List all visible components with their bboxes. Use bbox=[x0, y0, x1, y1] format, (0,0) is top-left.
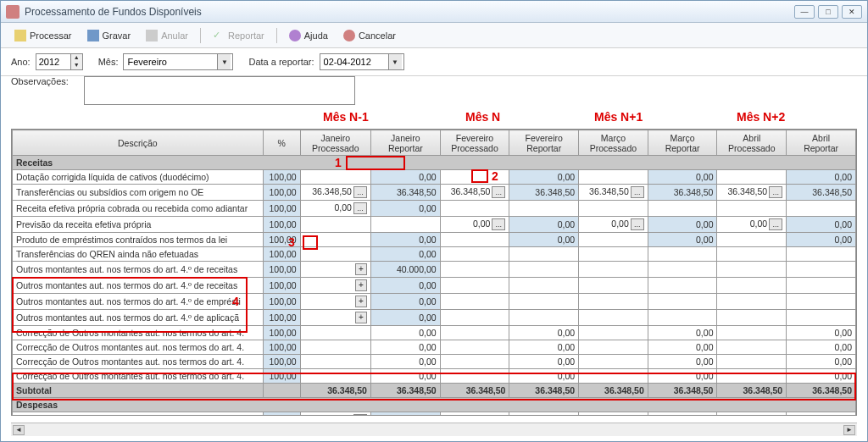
plus-button[interactable]: + bbox=[355, 296, 367, 307]
ano-label: Ano: bbox=[11, 57, 31, 67]
ellipsis-button[interactable]: ... bbox=[492, 186, 505, 198]
gravar-button[interactable]: Gravar bbox=[81, 27, 138, 44]
minimize-button[interactable]: — bbox=[794, 5, 815, 19]
col-abr-r[interactable]: Abril Reportar bbox=[787, 130, 856, 156]
ellipsis-button[interactable]: ... bbox=[769, 218, 782, 230]
check-icon: ✓ bbox=[213, 30, 225, 41]
table-row: Outros montantes aut. nos termos do art.… bbox=[13, 310, 856, 326]
anular-label: Anular bbox=[161, 30, 188, 41]
data-reportar-combo[interactable]: ▼ bbox=[320, 53, 404, 70]
scroll-left-icon[interactable]: ◄ bbox=[13, 425, 25, 435]
ajuda-button[interactable]: Ajuda bbox=[282, 27, 335, 44]
titlebar: Processamento de Fundos Disponíveis — □ … bbox=[1, 1, 867, 23]
table-row: Transferências do QREN ainda não efetuad… bbox=[13, 247, 856, 262]
mes-label: Mês: bbox=[98, 57, 119, 67]
grid-wrap[interactable]: 1 2 3 4 5 Descrição % Janeiro Processado… bbox=[11, 129, 857, 416]
reportar-label: Reportar bbox=[228, 30, 264, 41]
ellipsis-button[interactable]: ... bbox=[353, 186, 367, 198]
section-receitas: Receitas bbox=[13, 156, 856, 170]
col-pct[interactable]: % bbox=[263, 130, 300, 156]
ellipsis-button[interactable]: ... bbox=[631, 186, 644, 198]
processar-button[interactable]: Processar bbox=[8, 27, 79, 44]
anular-button: Anular bbox=[139, 27, 195, 44]
save-icon bbox=[87, 30, 99, 41]
table-row: Outros montantes aut. nos termos do art.… bbox=[13, 262, 856, 278]
data-reportar-label: Data a reportar: bbox=[248, 57, 314, 67]
maximize-button[interactable]: □ bbox=[818, 5, 838, 19]
filters-bar: Ano: ▲▼ Mês: ▼ Data a reportar: ▼ bbox=[1, 48, 867, 76]
processar-label: Processar bbox=[30, 30, 72, 41]
spin-down-icon[interactable]: ▼ bbox=[70, 62, 82, 69]
app-icon bbox=[6, 5, 19, 19]
col-fev-r[interactable]: Fevereiro Reportar bbox=[509, 130, 579, 156]
annot-mnp1: Mês N+1 bbox=[594, 110, 643, 124]
table-row: Outros montantes aut. nos termos do art.… bbox=[13, 294, 856, 310]
ellipsis-button[interactable]: ... bbox=[353, 414, 367, 416]
subtotal-receitas: Subtotal36.348,5036.348,5036.348,5036.34… bbox=[13, 384, 856, 398]
ellipsis-button[interactable]: ... bbox=[492, 218, 505, 230]
col-abr-p[interactable]: Abril Processado bbox=[717, 130, 787, 156]
table-row: Correcção de Outros montantes aut. nos t… bbox=[13, 369, 856, 384]
table-row: Outros montantes aut. nos termos do art.… bbox=[13, 278, 856, 294]
scroll-right-icon[interactable]: ► bbox=[843, 425, 855, 435]
ellipsis-button[interactable]: ... bbox=[353, 202, 367, 214]
table-row: Produto de empréstimos contraídos nos te… bbox=[13, 233, 856, 247]
cancel-icon bbox=[343, 30, 355, 41]
toolbar-separator bbox=[276, 28, 277, 43]
ajuda-label: Ajuda bbox=[304, 30, 328, 41]
ano-input[interactable] bbox=[36, 54, 70, 69]
col-jan-r[interactable]: Janeiro Reportar bbox=[370, 130, 440, 156]
annot-mn1: Mês N-1 bbox=[323, 110, 369, 124]
data-grid: Descrição % Janeiro Processado Janeiro R… bbox=[12, 130, 856, 416]
obs-label: Observações: bbox=[11, 76, 69, 86]
window-title: Processamento de Fundos Disponíveis bbox=[25, 6, 794, 18]
spin-up-icon[interactable]: ▲ bbox=[70, 54, 82, 62]
mes-input[interactable] bbox=[124, 54, 217, 69]
table-row: Correcção de Outros montantes aut. nos t… bbox=[13, 355, 856, 369]
obs-row: Observações: bbox=[1, 76, 867, 110]
undo-icon bbox=[146, 30, 158, 41]
annot-mnp2: Mês N+2 bbox=[737, 110, 785, 124]
data-reportar-input[interactable] bbox=[320, 54, 388, 69]
ellipsis-button[interactable]: ... bbox=[631, 218, 644, 230]
chevron-down-icon[interactable]: ▼ bbox=[388, 54, 402, 69]
table-row: Compromissos assumidos100,0043.361,23...… bbox=[13, 412, 856, 417]
col-jan-p[interactable]: Janeiro Processado bbox=[300, 130, 370, 156]
col-mar-p[interactable]: Março Processado bbox=[579, 130, 648, 156]
wand-icon bbox=[14, 30, 26, 41]
section-despesas: Despesas bbox=[13, 398, 856, 412]
col-mar-r[interactable]: Março Reportar bbox=[648, 130, 717, 156]
obs-textarea[interactable] bbox=[84, 76, 355, 105]
table-row: Transferências ou subsídios com origem n… bbox=[13, 185, 856, 201]
table-row: Correcção de Outros montantes aut. nos t… bbox=[13, 326, 856, 340]
month-annotations: Mês N-1 Mês N Mês N+1 Mês N+2 bbox=[1, 110, 867, 129]
help-icon bbox=[289, 30, 301, 41]
mes-combo[interactable]: ▼ bbox=[123, 53, 233, 70]
plus-button[interactable]: + bbox=[355, 279, 367, 291]
toolbar-separator bbox=[200, 28, 201, 43]
col-descricao[interactable]: Descrição bbox=[13, 130, 264, 156]
cancelar-label: Cancelar bbox=[359, 30, 396, 41]
plus-button[interactable]: + bbox=[355, 312, 367, 323]
table-row: Receita efetiva própria cobrada ou receb… bbox=[13, 201, 856, 217]
horizontal-scrollbar[interactable]: ◄ ► bbox=[11, 423, 857, 436]
chevron-down-icon[interactable]: ▼ bbox=[217, 54, 231, 69]
ellipsis-button[interactable]: ... bbox=[769, 186, 782, 198]
table-row: Dotação corrigida líquida de cativos (du… bbox=[13, 170, 856, 185]
toolbar: Processar Gravar Anular ✓Reportar Ajuda … bbox=[1, 23, 867, 48]
table-row: Correcção de Outros montantes aut. nos t… bbox=[13, 340, 856, 355]
col-fev-p[interactable]: Fevereiro Processado bbox=[440, 130, 509, 156]
annot-mn: Mês N bbox=[465, 110, 500, 124]
table-row: Previsão da receita efetiva própria100,0… bbox=[13, 217, 856, 233]
plus-button[interactable]: + bbox=[355, 263, 367, 275]
window: Processamento de Fundos Disponíveis — □ … bbox=[0, 0, 868, 442]
reportar-button: ✓Reportar bbox=[206, 27, 271, 44]
close-button[interactable]: ✕ bbox=[842, 5, 862, 19]
ano-spinner[interactable]: ▲▼ bbox=[36, 53, 83, 70]
gravar-label: Gravar bbox=[103, 30, 131, 41]
cancelar-button[interactable]: Cancelar bbox=[337, 27, 403, 44]
